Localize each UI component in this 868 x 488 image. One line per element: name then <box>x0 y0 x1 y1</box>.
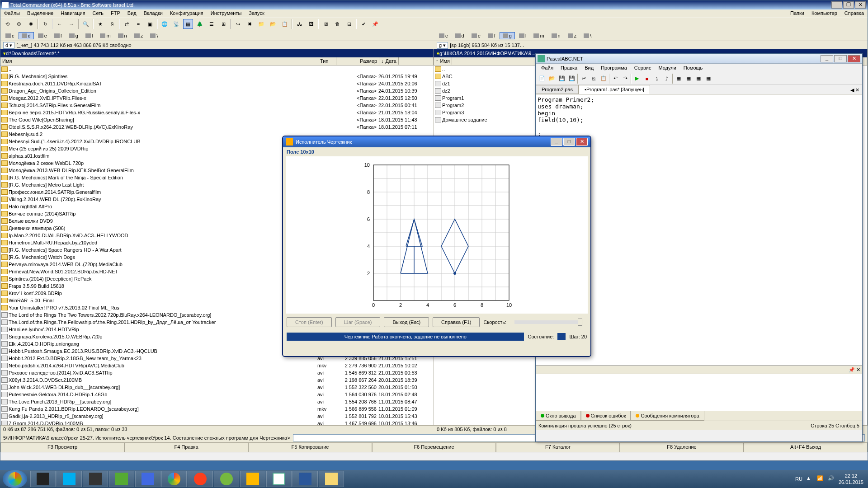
copy-icon[interactable]: ⎘ <box>107 19 117 29</box>
stepinto-icon[interactable]: ⤵ <box>652 74 661 83</box>
tree-icon[interactable]: 🌲 <box>195 19 205 29</box>
stepover-icon[interactable]: ⤴ <box>662 74 671 83</box>
redo-icon[interactable]: ↷ <box>621 74 630 83</box>
fn-F8[interactable]: F8 Удаление <box>620 442 744 452</box>
taskbar[interactable]: RU ▲ 📶 🔊 22:12 26.01.2015 <box>0 470 868 488</box>
output-tab[interactable]: Окно вывода <box>536 411 581 421</box>
new-icon[interactable]: 📄 <box>538 74 547 83</box>
menu-Компьютер[interactable]: Компьютер <box>808 9 841 18</box>
drive-c[interactable]: c <box>2 32 18 39</box>
file-row[interactable]: Роковое наследство.(2014).XviD.AC3.SATRi… <box>0 369 434 376</box>
drive-z[interactable]: z <box>131 32 146 39</box>
pabc-menubar[interactable]: ФайлПравкаВидПрограммаСервисМодулиПомощь <box>536 64 862 73</box>
left-path[interactable]: ▾d:\Downloads\Torrent\*.* <box>0 49 434 57</box>
fn-F5[interactable]: F5 Копирование <box>248 442 372 452</box>
left-columns[interactable]: Имя Тип Размер ↓Дата <box>0 57 434 66</box>
drive-c[interactable]: c <box>436 32 451 39</box>
drive-m[interactable]: m <box>530 32 547 39</box>
pabc-titlebar[interactable]: PascalABC.NET _ □ ✕ <box>536 54 862 64</box>
drive-z[interactable]: z <box>565 32 580 39</box>
diff-icon[interactable]: ▣ <box>145 19 155 29</box>
task-word[interactable] <box>292 471 318 487</box>
task-chrome[interactable] <box>161 471 187 487</box>
file-row[interactable]: Gadkij.ja-2.2013_HDRip_r5_[scarabey.org]… <box>0 413 434 420</box>
drive-\[interactable]: \ <box>147 32 161 39</box>
task-explorer[interactable] <box>319 471 344 487</box>
copy2-icon[interactable]: 📋 <box>280 19 290 29</box>
grid2-icon[interactable]: ▦ <box>684 74 693 83</box>
run-icon[interactable]: ▶ <box>632 74 642 83</box>
minimize-button[interactable]: _ <box>551 138 562 146</box>
net-icon[interactable]: 🖧 <box>294 19 304 29</box>
fn-Alt+F4[interactable]: Alt+F4 Выход <box>744 442 868 452</box>
forward-icon[interactable]: → <box>66 19 76 29</box>
newfolder-icon[interactable]: 📂 <box>268 19 278 29</box>
reload-icon[interactable]: ↻ <box>40 19 50 29</box>
drive-f[interactable]: f <box>51 32 65 39</box>
desk-icon[interactable]: 🖥 <box>321 19 330 29</box>
fn-F3[interactable]: F3 Просмотр <box>0 442 124 452</box>
gear2-icon[interactable]: ✺ <box>26 19 36 29</box>
file-row[interactable]: John Wick.2014.WEB-DLRip_dub__[scarabey.… <box>0 384 434 391</box>
file-row[interactable]: Dragon_Age_Origins_Collecion_Edition<Пап… <box>0 87 434 94</box>
clock[interactable]: 22:12 26.01.2015 <box>839 473 863 486</box>
output-tab[interactable]: Список ошибок <box>581 411 631 421</box>
file-row[interactable]: Kung Fu Panda 2.2011.BDRip.LEONARDO_[sca… <box>0 405 434 413</box>
equal-icon[interactable]: = <box>133 19 143 29</box>
undo-icon[interactable]: ↶ <box>611 74 620 83</box>
pin-icon[interactable]: 📌 <box>370 19 380 29</box>
drive-e[interactable]: e <box>468 32 484 39</box>
drive-l[interactable]: l <box>516 32 529 39</box>
maximize-button[interactable]: □ <box>563 138 575 146</box>
minimize-button[interactable]: _ <box>821 55 833 62</box>
panel-icon[interactable]: ⊟ <box>344 19 354 29</box>
ftp-icon[interactable]: 📡 <box>171 19 181 29</box>
check-icon[interactable]: ✔ <box>359 19 368 29</box>
task-winamp[interactable] <box>30 471 56 487</box>
speed-slider[interactable] <box>514 320 582 324</box>
grid3-icon[interactable]: ▦ <box>694 74 703 83</box>
language-indicator[interactable]: RU <box>795 476 802 482</box>
drive-n[interactable]: n <box>548 32 564 39</box>
volume-icon[interactable]: 🔊 <box>828 475 835 483</box>
pabc-toolbar[interactable]: 📄 📂 💾 💾 ✂ ⎘ 📋 ↶ ↷ ▶ ■ ⤵ ⤴ ▦ ▦ ▦ ▦ <box>536 73 862 84</box>
menu-Конфигурация[interactable]: Конфигурация <box>166 9 207 18</box>
drive-g[interactable]: g <box>66 32 81 39</box>
task-skype[interactable] <box>57 471 82 487</box>
right-drive-selector[interactable]: g ▾ <box>437 42 448 49</box>
menu-Файл[interactable]: Файл <box>538 64 557 73</box>
file-row[interactable]: Puteshestvie.Gektora.2014.D.HDRip.1.46Gb… <box>0 391 434 398</box>
menu-Вид[interactable]: Вид <box>581 64 597 73</box>
stop-icon[interactable]: ■ <box>642 74 651 83</box>
refresh-icon[interactable]: ⟲ <box>2 19 12 29</box>
close-button[interactable]: ✕ <box>848 55 860 62</box>
tab-controls[interactable]: ◀ ✕ <box>848 86 862 94</box>
menu-Программа[interactable]: Программа <box>597 64 631 73</box>
task-media[interactable] <box>240 471 265 487</box>
drive-e[interactable]: e <box>35 32 50 39</box>
minimize-button[interactable]: _ <box>831 1 842 9</box>
output-tabs[interactable]: Окно выводаСписок ошибокСообщения компил… <box>536 411 862 421</box>
sync-icon[interactable]: ⇄ <box>122 19 132 29</box>
maximize-button[interactable]: □ <box>834 55 847 62</box>
left-drive-selector[interactable]: d ▾ <box>3 42 14 49</box>
fn-F4[interactable]: F4 Правка <box>124 442 248 452</box>
globe-icon[interactable]: 🌐 <box>160 19 170 29</box>
col-name[interactable]: Имя <box>439 57 452 65</box>
menu-Вкладки[interactable]: Вкладки <box>140 9 166 18</box>
drive-d[interactable]: d <box>19 32 34 39</box>
file-row[interactable]: The.Love.Punch.2013_HDRip__[scarabey.org… <box>0 398 434 405</box>
step-button[interactable]: Шаг (Space) <box>335 317 381 327</box>
close-button[interactable]: ✕ <box>576 138 588 146</box>
tc-toolbar[interactable]: ⟲ ⚙ ✺ ↻ ← → 🔍 ★ ⎘ ⇄ = ▣ 🌐 📡 ▦ 🌲 ☰ ⊞ ↪ ✖ … <box>0 18 868 30</box>
drive-n[interactable]: n <box>115 32 130 39</box>
file-row[interactable]: 7.Gnom.2014.D.DVDRip.1400MBavi1 467 549 … <box>0 420 434 425</box>
paste-icon[interactable]: 📋 <box>599 74 608 83</box>
grid1-icon[interactable]: ▦ <box>674 74 683 83</box>
editor-tab[interactable]: Program2.pas <box>536 85 579 94</box>
cut-icon[interactable]: ✂ <box>579 74 588 83</box>
restore-button[interactable]: ❐ <box>843 1 854 9</box>
flag-icon[interactable]: ▲ <box>806 475 813 483</box>
tc-menubar[interactable]: ФайлыВыделениеНавигацияСетьFTPВидВкладки… <box>0 9 868 18</box>
menu-FTP[interactable]: FTP <box>107 9 124 18</box>
